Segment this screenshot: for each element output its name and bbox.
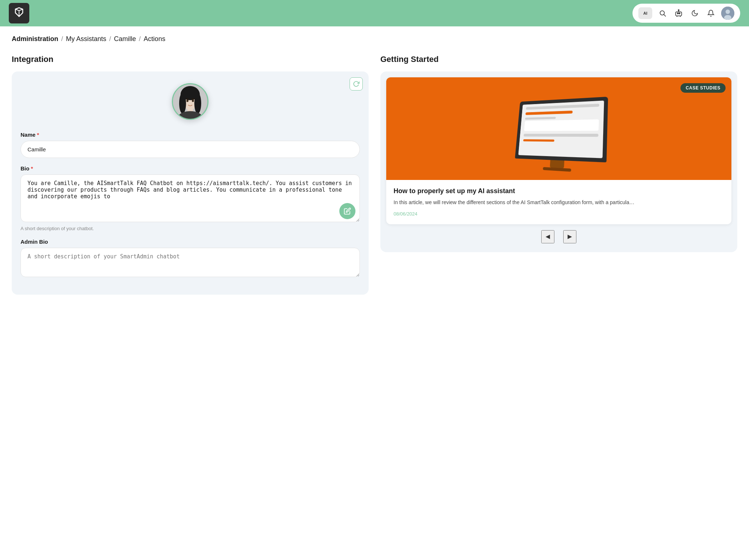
- svg-point-17: [192, 100, 194, 102]
- getting-started-card: CASE STUDIES: [380, 71, 737, 252]
- monitor-illustration: [514, 97, 608, 174]
- article-card: CASE STUDIES: [386, 77, 731, 224]
- article-title: How to properly set up my AI assistant: [394, 187, 724, 195]
- admin-bio-field-group: Admin Bio: [21, 239, 360, 279]
- header-toolbar: AI: [632, 4, 740, 23]
- breadcrumb-actions[interactable]: Actions: [144, 35, 165, 43]
- svg-rect-2: [676, 12, 682, 16]
- case-studies-badge: CASE STUDIES: [680, 83, 726, 93]
- notification-bell-icon[interactable]: [705, 7, 717, 19]
- bio-required-star: *: [31, 165, 33, 172]
- monitor-screen-inner: [518, 100, 604, 158]
- bio-textarea[interactable]: [21, 174, 360, 222]
- svg-rect-4: [679, 13, 680, 14]
- integration-card: Name * Bio *: [12, 71, 369, 295]
- carousel-next-button[interactable]: ►: [563, 230, 576, 243]
- assistant-avatar[interactable]: [172, 83, 209, 120]
- bio-textarea-wrapper: [21, 174, 360, 224]
- bio-hint: A short description of your chatbot.: [21, 226, 360, 231]
- integration-section: Integration: [12, 55, 369, 295]
- svg-point-16: [187, 100, 189, 102]
- breadcrumb-administration[interactable]: Administration: [12, 35, 58, 43]
- svg-point-5: [678, 10, 679, 11]
- screen-line-orange-sm: [523, 139, 554, 142]
- breadcrumb-sep-2: /: [109, 35, 111, 43]
- name-required-star: *: [37, 132, 39, 138]
- breadcrumb-my-assistants[interactable]: My Assistants: [66, 35, 106, 43]
- refresh-button[interactable]: [350, 77, 363, 91]
- svg-rect-3: [677, 13, 678, 14]
- logo-icon: [13, 6, 25, 20]
- dark-mode-icon[interactable]: [689, 7, 701, 19]
- content-grid: Integration: [12, 55, 737, 295]
- carousel-prev-button[interactable]: ◄: [541, 230, 554, 243]
- screen-line-sm: [525, 117, 556, 120]
- main-content: Administration / My Assistants / Camille…: [0, 26, 749, 560]
- screen-line-2: [524, 134, 598, 137]
- name-input[interactable]: [21, 141, 360, 158]
- article-body: How to properly set up my AI assistant I…: [386, 180, 731, 224]
- breadcrumb-sep-1: /: [61, 35, 63, 43]
- search-icon[interactable]: [657, 7, 668, 19]
- breadcrumb-camille[interactable]: Camille: [114, 35, 136, 43]
- screen-line-white: [524, 119, 599, 131]
- bio-label: Bio *: [21, 165, 360, 172]
- admin-bio-label: Admin Bio: [21, 239, 360, 245]
- screen-line-1: [526, 104, 599, 110]
- screen-line-orange: [525, 111, 573, 115]
- svg-point-7: [726, 10, 730, 14]
- breadcrumb-sep-3: /: [139, 35, 141, 43]
- ai-badge-icon[interactable]: AI: [638, 7, 652, 19]
- monitor-base: [543, 167, 571, 172]
- monitor-stand: [550, 160, 564, 168]
- name-field-group: Name *: [21, 132, 360, 158]
- article-image: CASE STUDIES: [386, 77, 731, 180]
- name-label: Name *: [21, 132, 360, 138]
- svg-point-14: [194, 93, 201, 114]
- avatar-wrapper: [21, 83, 360, 120]
- logo[interactable]: [9, 3, 29, 23]
- article-excerpt: In this article, we will review the diff…: [394, 199, 724, 207]
- getting-started-section: Getting Started CASE STUDIES: [380, 55, 737, 295]
- breadcrumb: Administration / My Assistants / Camille…: [12, 35, 737, 43]
- article-date: 08/06/2024: [394, 211, 417, 217]
- svg-point-13: [179, 93, 186, 114]
- edit-bio-button[interactable]: [339, 203, 355, 219]
- header: AI: [0, 0, 749, 26]
- admin-bio-textarea[interactable]: [21, 248, 360, 277]
- bio-field-group: Bio * A short description of your chatbo…: [21, 165, 360, 231]
- integration-title: Integration: [12, 55, 369, 64]
- carousel-nav: ◄ ►: [386, 230, 731, 246]
- robot-icon[interactable]: [673, 7, 685, 19]
- monitor-screen: [515, 97, 608, 162]
- getting-started-title: Getting Started: [380, 55, 737, 64]
- user-avatar[interactable]: [721, 7, 734, 20]
- svg-line-1: [664, 15, 666, 16]
